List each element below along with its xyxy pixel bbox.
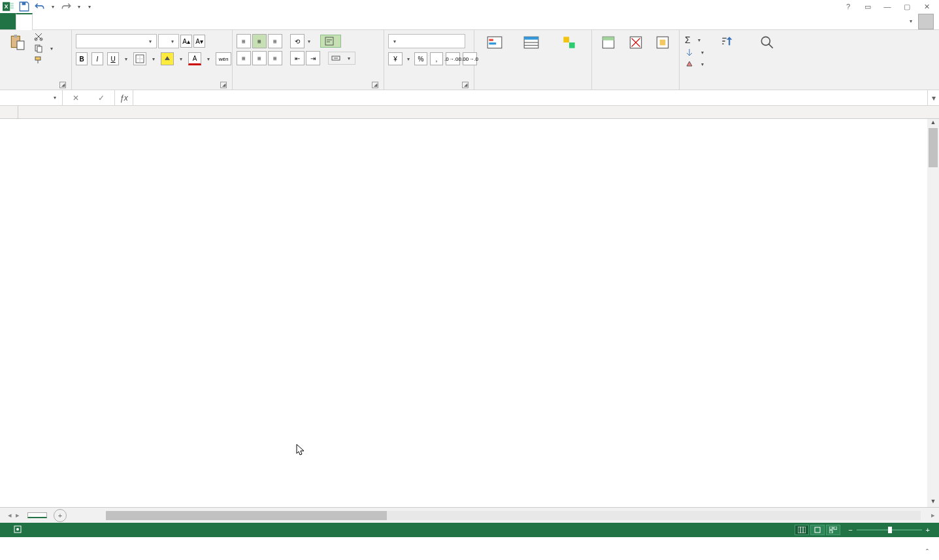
normal-view-icon[interactable] <box>795 525 809 535</box>
svg-rect-4 <box>10 7 14 8</box>
font-dialog-icon[interactable]: ◢ <box>220 82 227 88</box>
tab-view[interactable] <box>111 13 127 29</box>
redo-icon[interactable] <box>60 1 72 12</box>
align-top-icon[interactable]: ≡ <box>237 34 251 48</box>
svg-rect-8 <box>17 41 24 50</box>
horizontal-scrollbar[interactable] <box>106 511 921 520</box>
format-painter-button[interactable] <box>33 55 56 65</box>
tab-developer[interactable] <box>127 13 142 29</box>
maximize-icon[interactable]: ▢ <box>898 3 915 11</box>
phonetic-button[interactable]: wén <box>216 52 231 65</box>
format-as-table-button[interactable] <box>514 31 549 52</box>
italic-button[interactable]: I <box>91 52 103 65</box>
sheet-nav-last-icon[interactable]: ▸ <box>16 511 20 519</box>
border-button[interactable] <box>133 52 146 65</box>
fill-button[interactable]: ▾ <box>684 47 707 58</box>
page-layout-view-icon[interactable] <box>810 525 825 535</box>
sheet-tab-sheet1[interactable] <box>27 512 47 518</box>
tab-insert[interactable] <box>33 13 48 29</box>
cells-group-label <box>596 78 675 90</box>
undo-dropdown[interactable]: ▾ <box>50 4 56 10</box>
fill-color-button[interactable] <box>161 52 174 65</box>
accounting-format-icon[interactable]: ¥ <box>388 52 403 65</box>
tab-page-layout[interactable] <box>48 13 64 29</box>
font-size-combo[interactable]: ▾ <box>158 34 179 48</box>
tab-review[interactable] <box>95 13 111 29</box>
help-icon[interactable]: ? <box>840 3 857 11</box>
align-center-icon[interactable]: ≡ <box>252 51 267 65</box>
tab-data[interactable] <box>80 13 95 29</box>
align-bottom-icon[interactable]: ≡ <box>268 34 282 48</box>
clipboard-dialog-icon[interactable]: ◢ <box>59 82 66 88</box>
scroll-up-icon[interactable]: ▲ <box>927 119 939 128</box>
underline-button[interactable]: U <box>107 52 119 65</box>
font-name-combo[interactable]: ▾ <box>76 34 157 48</box>
align-left-icon[interactable]: ≡ <box>237 51 251 65</box>
wrap-text-button[interactable] <box>320 35 341 48</box>
copy-button[interactable]: ▾ <box>33 43 56 54</box>
vscroll-thumb[interactable] <box>929 128 938 167</box>
expand-formula-bar-icon[interactable]: ▾ <box>927 90 939 105</box>
format-cells-button[interactable] <box>650 31 675 52</box>
ribbon-display-icon[interactable]: ▭ <box>859 3 876 11</box>
name-box[interactable]: ▾ <box>0 90 63 105</box>
insert-cells-button[interactable] <box>596 31 621 52</box>
increase-decimal-icon[interactable]: .0→.00 <box>446 52 460 65</box>
number-format-combo[interactable]: ▾ <box>388 34 465 48</box>
account-dropdown[interactable]: ▾ <box>908 18 914 24</box>
tab-power-query[interactable] <box>142 13 158 29</box>
cut-button[interactable] <box>33 31 56 42</box>
paste-button[interactable] <box>4 31 30 52</box>
scroll-down-icon[interactable]: ▼ <box>927 498 939 507</box>
tab-file[interactable] <box>0 13 16 29</box>
add-sheet-button[interactable]: + <box>54 509 67 522</box>
increase-font-icon[interactable]: A▴ <box>180 35 192 48</box>
orientation-icon[interactable]: ⟲ <box>290 34 305 48</box>
cell-styles-button[interactable] <box>551 31 587 52</box>
save-icon[interactable] <box>18 1 30 12</box>
undo-icon[interactable] <box>34 1 46 12</box>
decrease-indent-icon[interactable]: ⇤ <box>290 51 305 65</box>
avatar[interactable] <box>918 14 934 29</box>
bold-button[interactable]: B <box>76 52 88 65</box>
tab-formulas[interactable] <box>64 13 80 29</box>
delete-cells-button[interactable] <box>623 31 648 52</box>
conditional-format-button[interactable] <box>478 31 511 52</box>
percent-format-icon[interactable]: % <box>414 52 427 65</box>
sheet-nav-first-icon[interactable]: ◂ <box>8 511 12 519</box>
close-icon[interactable]: ✕ <box>918 3 935 11</box>
number-dialog-icon[interactable]: ◢ <box>462 82 469 88</box>
fx-icon[interactable]: ƒx <box>115 90 133 105</box>
zoom-out-icon[interactable]: − <box>848 526 852 534</box>
alignment-dialog-icon[interactable]: ◢ <box>372 82 378 88</box>
sheet-nav-right-icon[interactable]: ▸ <box>927 511 939 519</box>
tab-home[interactable] <box>16 13 33 30</box>
styles-group-label <box>478 78 587 90</box>
hscroll-thumb[interactable] <box>106 511 387 520</box>
merge-center-button[interactable]: ▾ <box>328 52 355 65</box>
qat-customize-dropdown[interactable]: ▾ <box>86 4 93 10</box>
svg-rect-13 <box>35 57 41 60</box>
comma-format-icon[interactable]: , <box>430 52 443 65</box>
enter-formula-icon[interactable]: ✓ <box>98 93 105 103</box>
page-break-view-icon[interactable] <box>826 525 840 535</box>
autosum-button[interactable]: Σ▾ <box>684 34 707 46</box>
clear-button[interactable]: ▾ <box>684 59 707 69</box>
vertical-scrollbar[interactable]: ▲ ▼ <box>927 119 939 507</box>
macro-record-icon[interactable] <box>13 525 22 535</box>
formula-input[interactable] <box>133 90 927 105</box>
align-middle-icon[interactable]: ≡ <box>252 34 267 48</box>
increase-indent-icon[interactable]: ⇥ <box>306 51 320 65</box>
svg-rect-39 <box>815 527 820 533</box>
cancel-formula-icon[interactable]: ✕ <box>73 93 79 103</box>
font-color-button[interactable]: A <box>188 52 201 65</box>
zoom-slider[interactable] <box>857 529 922 531</box>
zoom-in-icon[interactable]: + <box>926 526 930 534</box>
find-select-button[interactable] <box>749 31 785 52</box>
align-right-icon[interactable]: ≡ <box>268 51 282 65</box>
select-all-corner[interactable] <box>0 106 18 118</box>
minimize-icon[interactable]: — <box>879 3 896 11</box>
sort-filter-button[interactable] <box>710 31 746 52</box>
decrease-font-icon[interactable]: A▾ <box>193 35 205 48</box>
redo-dropdown[interactable]: ▾ <box>76 4 82 10</box>
